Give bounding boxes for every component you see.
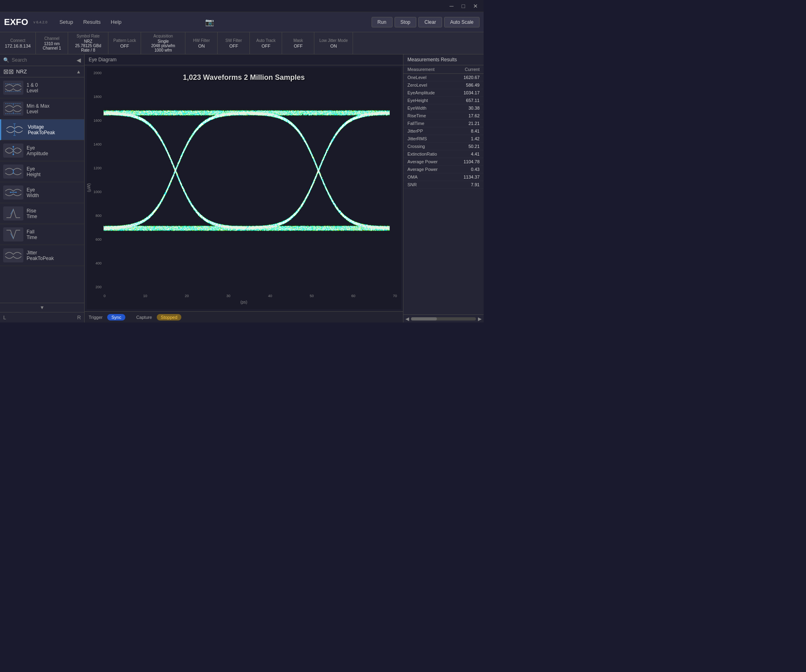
param-connect-label: Connect bbox=[5, 38, 31, 43]
svg-rect-0 bbox=[3, 81, 23, 95]
measure-value-2: 1034.17 bbox=[451, 90, 480, 95]
measurement-row-6: FallTime21.21 bbox=[403, 120, 484, 127]
measure-value-0: 1620.67 bbox=[451, 75, 480, 80]
sidebar-item-risetime[interactable]: RiseTime bbox=[0, 203, 84, 224]
measure-name-0: OneLevel bbox=[407, 75, 451, 80]
sidebar-items-list: 1 & 0Level Min & MaxLevel bbox=[0, 77, 84, 303]
measurement-row-11: Average Power1104.78 bbox=[403, 158, 484, 166]
measure-value-1: 586.49 bbox=[451, 83, 480, 87]
param-channel: Channel 1310 nmChannel 1 bbox=[36, 32, 68, 54]
measurements-header: Measurement Current bbox=[403, 65, 484, 74]
search-input[interactable] bbox=[12, 57, 74, 63]
sidebar-toggle[interactable]: ◀ bbox=[77, 57, 81, 63]
param-mask-label: Mask bbox=[287, 38, 309, 43]
signal-chevron-icon: ▲ bbox=[76, 69, 81, 75]
measurement-row-0: OneLevel1620.67 bbox=[403, 74, 484, 81]
measure-name-1: ZeroLevel bbox=[407, 83, 451, 87]
measure-name-4: EyeWidth bbox=[407, 106, 451, 110]
measure-value-5: 17.62 bbox=[451, 113, 480, 118]
sidebar-label-eyeamplitude: EyeAmplitude bbox=[27, 145, 48, 156]
param-sw-filter-value: OFF bbox=[222, 44, 245, 48]
maximize-button[interactable]: □ bbox=[459, 2, 467, 10]
run-button[interactable]: Run bbox=[372, 17, 393, 27]
stop-button[interactable]: Stop bbox=[395, 17, 417, 27]
sidebar-icon-eyeheight bbox=[3, 164, 23, 179]
sidebar-item-jitterpeaktopeak[interactable]: JitterPeakToPeak bbox=[0, 245, 84, 266]
sidebar-label-eyeheight: EyeHeight bbox=[27, 166, 41, 177]
menu-results[interactable]: Results bbox=[79, 17, 104, 27]
measurement-row-8: JitterRMS1.42 bbox=[403, 135, 484, 143]
scroll-right-arrow[interactable]: ▶ bbox=[478, 316, 482, 322]
sidebar-item-minmaxlevel[interactable]: Min & MaxLevel bbox=[0, 98, 84, 119]
scroll-thumb[interactable] bbox=[411, 317, 476, 320]
param-channel-label: Channel bbox=[41, 36, 63, 41]
measure-value-10: 4.41 bbox=[451, 152, 480, 156]
top-toolbar: EXFO v 6.4.2.0 Setup Results Help 📷 Run … bbox=[0, 12, 484, 32]
measurements-title: Measurements Results bbox=[403, 54, 484, 65]
measure-value-13: 1134.37 bbox=[451, 175, 480, 179]
measure-name-11: Average Power bbox=[407, 159, 451, 164]
auto-scale-button[interactable]: Auto Scale bbox=[444, 17, 480, 27]
sidebar-item-eyeheight[interactable]: EyeHeight bbox=[0, 161, 84, 182]
x-label-10: 10 bbox=[143, 294, 147, 298]
param-auto-track: Auto Track OFF bbox=[250, 32, 282, 54]
signal-name: NRZ bbox=[16, 69, 74, 75]
main-content: 🔍 ◀ ⊠⊠ NRZ ▲ bbox=[0, 54, 484, 322]
param-symbol-rate-label: Symbol Rate bbox=[73, 34, 103, 38]
svg-point-22 bbox=[10, 192, 11, 193]
title-bar-controls: ─ □ ✕ bbox=[447, 2, 480, 10]
minimize-button[interactable]: ─ bbox=[447, 2, 456, 10]
sidebar-label-1and0level: 1 & 0Level bbox=[27, 82, 38, 94]
param-symbol-rate-value: NRZ25.78125 GBdRate / 8 bbox=[73, 39, 103, 52]
param-acquisition-label: Acquisition bbox=[146, 34, 180, 38]
measure-value-9: 50.21 bbox=[451, 144, 480, 149]
measurements-scrollbar: ◀ ▶ bbox=[403, 314, 484, 322]
param-hw-filter-value: ON bbox=[190, 44, 212, 48]
signal-selector[interactable]: ⊠⊠ NRZ ▲ bbox=[0, 66, 84, 77]
menu-setup[interactable]: Setup bbox=[55, 17, 77, 27]
sidebar-search-header: 🔍 ◀ bbox=[0, 54, 84, 66]
app-version: v 6.4.2.0 bbox=[33, 20, 48, 24]
measure-name-5: RiseTime bbox=[407, 113, 451, 118]
right-button[interactable]: R bbox=[77, 314, 81, 320]
measure-value-12: 0.43 bbox=[451, 167, 480, 172]
sidebar-scroll-down[interactable]: ▼ bbox=[0, 303, 84, 312]
x-label-50: 50 bbox=[310, 294, 314, 298]
measure-name-6: FallTime bbox=[407, 121, 451, 126]
clear-button[interactable]: Clear bbox=[418, 17, 442, 27]
sidebar-item-voltagepeaktopeak[interactable]: VoltagePeakToPeak bbox=[0, 119, 84, 140]
measure-value-3: 657.11 bbox=[451, 98, 480, 103]
y-label-600: 600 bbox=[96, 238, 102, 241]
param-connect: Connect 172.16.8.134 bbox=[0, 32, 36, 54]
svg-point-23 bbox=[16, 192, 17, 193]
menu-help[interactable]: Help bbox=[107, 17, 126, 27]
param-low-jitter-value: ON bbox=[319, 44, 348, 48]
measure-value-14: 7.91 bbox=[451, 182, 480, 187]
measure-value-4: 30.38 bbox=[451, 106, 480, 110]
svg-point-19 bbox=[13, 173, 14, 174]
camera-icon[interactable]: 📷 bbox=[205, 18, 214, 27]
close-button[interactable]: ✕ bbox=[471, 2, 480, 10]
measure-name-10: ExtinctionRatio bbox=[407, 152, 451, 156]
left-button[interactable]: L bbox=[3, 314, 6, 320]
scroll-left-arrow[interactable]: ◀ bbox=[405, 316, 409, 322]
measure-name-9: Crossing bbox=[407, 144, 451, 149]
measure-name-3: EyeHeight bbox=[407, 98, 451, 103]
sidebar-footer: L R bbox=[0, 312, 84, 322]
sidebar-item-falltime[interactable]: FallTime bbox=[0, 224, 84, 245]
measurement-row-13: OMA1134.37 bbox=[403, 173, 484, 181]
sidebar-item-1and0level[interactable]: 1 & 0Level bbox=[0, 77, 84, 98]
sidebar-item-eyewidth[interactable]: EyeWidth bbox=[0, 182, 84, 203]
svg-point-18 bbox=[13, 170, 14, 171]
sidebar-label-jitterpeaktopeak: JitterPeakToPeak bbox=[27, 250, 54, 261]
y-label-400: 400 bbox=[96, 262, 102, 265]
y-label-1000: 1000 bbox=[93, 190, 102, 194]
sidebar-item-eyeamplitude[interactable]: EyeAmplitude bbox=[0, 140, 84, 161]
measurement-row-3: EyeHeight657.11 bbox=[403, 97, 484, 104]
measurement-row-12: Average Power0.43 bbox=[403, 166, 484, 173]
measure-name-14: SNR bbox=[407, 182, 451, 187]
y-label-800: 800 bbox=[96, 214, 102, 218]
signal-nrz-icon: ⊠⊠ bbox=[3, 68, 14, 75]
y-label-1800: 1800 bbox=[93, 95, 102, 99]
sidebar: 🔍 ◀ ⊠⊠ NRZ ▲ bbox=[0, 54, 85, 322]
